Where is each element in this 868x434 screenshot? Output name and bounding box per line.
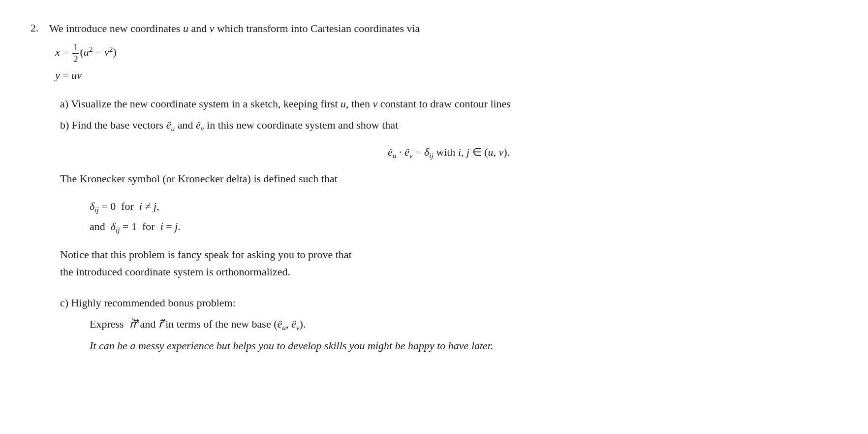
centered-formula-b: êu · êv = δij with i, j ∈ (u, v). <box>60 144 837 162</box>
sub-b-text: Find the base vectors êu and êv in this … <box>72 119 398 131</box>
and-connector-3: and <box>90 220 105 233</box>
sub-a-text: Visualize the new coordinate system in a… <box>71 98 511 110</box>
kronecker-eq2: and δij = 1 for i = j. <box>90 217 837 237</box>
sub-c-text: Highly recommended bonus problem: <box>71 297 236 309</box>
sub-c-label: c) <box>60 297 68 309</box>
sub-problem-b: b) Find the base vectors êu and êv in th… <box>60 116 837 135</box>
sub-problems: a) Visualize the new coordinate system i… <box>60 95 837 355</box>
and-connector-1: and <box>191 22 207 34</box>
sub-c-express-line: Express → r ṙ ṙ⃗ and r⃗̈ in terms of the… <box>90 315 837 334</box>
v-var: v <box>210 22 215 34</box>
sub-c-content: Express → r ṙ ṙ⃗ and r⃗̈ in terms of the… <box>90 315 837 354</box>
notice-line-1: Notice that this problem is fancy speak … <box>60 246 837 263</box>
problem-header: 2. We introduce new coordinates u and v … <box>31 20 837 37</box>
notice-block: Notice that this problem is fancy speak … <box>60 246 837 280</box>
fraction-half: 12 <box>72 42 79 65</box>
kronecker-block: δij = 0 for i ≠ j, and δij = 1 for i = j… <box>90 197 837 237</box>
sub-c-italic: It can be a messy experience but helps y… <box>90 337 837 354</box>
page-container: 2. We introduce new coordinates u and v … <box>31 20 837 355</box>
sub-problem-c: c) Highly recommended bonus problem: Exp… <box>60 294 837 354</box>
equations-block: x = 12(u2 − v2) y = uv <box>55 42 837 85</box>
kronecker-intro: The Kronecker symbol (or Kronecker delta… <box>60 172 338 185</box>
u-var: u <box>183 22 188 34</box>
sub-a-label: a) <box>60 98 68 110</box>
intro-text: We introduce new coordinates u and v whi… <box>49 20 420 37</box>
equation-x: x = 12(u2 − v2) <box>55 42 837 65</box>
r-dot: → r ṙ <box>129 315 133 333</box>
kronecker-intro-text: The Kronecker symbol (or Kronecker delta… <box>60 170 837 187</box>
problem-number: 2. <box>31 20 45 36</box>
equation-y: y = uv <box>55 66 837 85</box>
notice-line-2: the introduced coordinate system is orth… <box>60 263 837 280</box>
sub-b-label: b) <box>60 119 69 131</box>
and-connector-2: and <box>178 119 193 131</box>
sub-problem-a: a) Visualize the new coordinate system i… <box>60 95 837 112</box>
and-connector-4: and <box>140 318 155 330</box>
kronecker-eq1: δij = 0 for i ≠ j, <box>90 197 837 217</box>
